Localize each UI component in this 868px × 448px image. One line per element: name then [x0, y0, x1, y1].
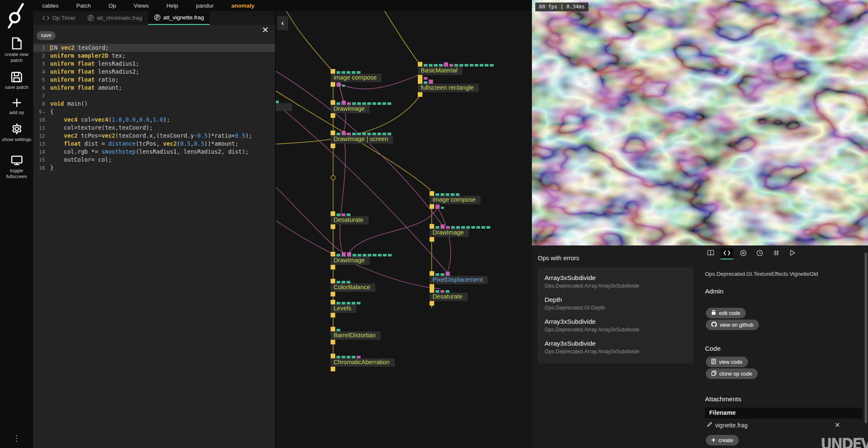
- trigger-port[interactable]: [331, 354, 335, 358]
- code-line-10[interactable]: 10 vec4 col=vec4(1.0,0.0,0.0,1.0);: [33, 116, 275, 124]
- tab-op-timer[interactable]: Op Timer: [37, 11, 82, 25]
- value-port[interactable]: [342, 85, 345, 87]
- op-node-label[interactable]: ChromaticAberration: [331, 358, 395, 367]
- op-node-drawimage-screen[interactable]: DrawImage | screen: [331, 131, 393, 148]
- trigger-port[interactable]: [418, 79, 422, 84]
- trigger-port[interactable]: [331, 313, 335, 317]
- op-node-label[interactable]: PixelDisplacement: [430, 276, 488, 284]
- trigger-port[interactable]: [331, 340, 335, 344]
- render-viewport[interactable]: 60 fps | 0.34ms: [532, 0, 868, 245]
- value-port[interactable]: [441, 207, 444, 209]
- texture-port[interactable]: [342, 101, 346, 105]
- op-detail-tab-hash[interactable]: [770, 248, 783, 259]
- code-line-12[interactable]: 12 vec2 tcPos=vec2(texCoord.x,(texCoord.…: [33, 132, 275, 140]
- op-node-image-compose-2[interactable]: image compose: [430, 191, 481, 209]
- trigger-port[interactable]: [430, 271, 434, 276]
- value-port[interactable]: [372, 102, 376, 105]
- edit-code-button[interactable]: edit code: [706, 308, 746, 318]
- value-port[interactable]: [486, 226, 490, 229]
- code-line-3[interactable]: 3uniform float lensRadius1;: [33, 60, 275, 68]
- value-port[interactable]: [476, 226, 480, 229]
- trigger-port[interactable]: [430, 237, 434, 242]
- op-node-label[interactable]: DrawImage | screen: [331, 135, 393, 144]
- remove-attachment-icon[interactable]: ✕: [835, 421, 840, 429]
- trigger-port[interactable]: [430, 191, 434, 196]
- trigger-port[interactable]: [331, 113, 335, 118]
- op-node-partial-node[interactable]: [275, 99, 292, 113]
- menu-item-pandur[interactable]: pandur: [187, 3, 222, 9]
- code-line-1[interactable]: 1IN vec2 texCoord;: [33, 44, 275, 52]
- texture-port[interactable]: [446, 272, 450, 276]
- op-node-label[interactable]: [275, 103, 292, 111]
- trigger-port[interactable]: [331, 279, 335, 283]
- code-line-2[interactable]: 2uniform sampler2D tex;: [33, 52, 275, 60]
- op-node-colorbalance[interactable]: ColorBalance: [331, 279, 375, 296]
- op-node-drawimage-3[interactable]: DrawImage: [331, 252, 392, 269]
- trigger-port[interactable]: [331, 292, 335, 296]
- sidebar-overflow-menu[interactable]: ⋮: [0, 434, 33, 443]
- value-port[interactable]: [465, 64, 468, 67]
- value-port[interactable]: [475, 64, 478, 67]
- view-on-github-button[interactable]: view on github: [706, 320, 759, 330]
- op-node-image-compose-1[interactable]: image compose: [331, 69, 382, 87]
- code-line-11[interactable]: 11 col=texture(tex,texCoord);: [33, 124, 275, 132]
- clone-op-code-button[interactable]: clone op code: [706, 368, 758, 379]
- menu-item-help[interactable]: Help: [158, 3, 187, 9]
- value-port[interactable]: [480, 64, 483, 67]
- op-node-desaturate-2[interactable]: Desaturate: [430, 288, 467, 306]
- ops-error-item-1[interactable]: DepthOps.Deprecated.Gl.Depth: [545, 296, 687, 311]
- trigger-port[interactable]: [430, 301, 434, 306]
- value-port[interactable]: [471, 226, 475, 229]
- op-node-label[interactable]: BarrelDistortian: [331, 331, 381, 340]
- trigger-port[interactable]: [418, 62, 422, 67]
- value-port[interactable]: [377, 102, 381, 105]
- sidebar-item-show-settings[interactable]: show settings: [0, 123, 33, 142]
- op-node-label[interactable]: image compose: [331, 74, 382, 82]
- trigger-port[interactable]: [331, 82, 335, 87]
- value-port[interactable]: [388, 254, 392, 256]
- code-line-5[interactable]: 5uniform float ratio;: [33, 76, 275, 84]
- trigger-port[interactable]: [430, 288, 434, 293]
- tab-att-chromatic-frag[interactable]: att_chromatic.frag: [82, 11, 148, 25]
- attachment-row[interactable]: vignette.frag ✕: [705, 420, 862, 430]
- op-node-label[interactable]: DrawImage: [331, 105, 370, 113]
- texture-port[interactable]: [337, 83, 341, 87]
- texture-port[interactable]: [435, 205, 440, 209]
- patch-graph-canvas[interactable]: ‹ image composeBasicMaterialfullscreen r…: [275, 11, 532, 448]
- collapse-editor-button[interactable]: ‹: [277, 16, 288, 30]
- ops-error-item-2[interactable]: Array3xSubdivideOps.Deprecated.Array.Arr…: [545, 318, 687, 333]
- sidebar-item-create-new-patch[interactable]: create new patch: [0, 37, 33, 63]
- code-line-7[interactable]: 7: [33, 92, 275, 100]
- op-detail-tab-clock[interactable]: [753, 248, 766, 259]
- trigger-port[interactable]: [331, 327, 335, 331]
- code-line-4[interactable]: 4uniform float lensRadius2;: [33, 68, 275, 76]
- code-line-13[interactable]: 13 float dist = distance(tcPos, vec2(0.5…: [33, 140, 275, 148]
- trigger-port[interactable]: [418, 92, 422, 97]
- value-port[interactable]: [481, 226, 485, 229]
- op-detail-tab-eye[interactable]: [737, 248, 750, 259]
- code-area[interactable]: 1IN vec2 texCoord;2uniform sampler2D tex…: [33, 44, 275, 172]
- texture-port[interactable]: [444, 62, 448, 67]
- op-node-barreldistortian[interactable]: BarrelDistortian: [331, 327, 381, 344]
- op-node-pixeldisplacement[interactable]: PixelDisplacement: [430, 271, 488, 289]
- menu-item-anomaly[interactable]: anomaly: [222, 3, 263, 9]
- trigger-port[interactable]: [430, 204, 434, 209]
- op-node-label[interactable]: image compose: [430, 196, 481, 204]
- trigger-port[interactable]: [331, 211, 335, 216]
- trigger-port[interactable]: [430, 224, 434, 229]
- trigger-port[interactable]: [331, 265, 335, 269]
- value-port[interactable]: [378, 254, 382, 256]
- menu-item-op[interactable]: Op: [100, 3, 125, 9]
- op-node-label[interactable]: Levels: [331, 304, 356, 313]
- op-node-label[interactable]: Desaturate: [331, 216, 369, 224]
- code-line-6[interactable]: 6uniform float amount;: [33, 84, 275, 92]
- op-node-label[interactable]: ColorBalance: [331, 283, 375, 292]
- save-button[interactable]: save: [37, 31, 56, 40]
- op-node-label[interactable]: DrawImage: [331, 256, 370, 265]
- view-code-button[interactable]: view code: [706, 357, 748, 367]
- trigger-port[interactable]: [331, 224, 335, 229]
- sidebar-item-toggle-fullscreen[interactable]: toggle fullscreen: [0, 155, 33, 179]
- code-line-9[interactable]: 9▾{: [33, 108, 275, 116]
- value-port[interactable]: [373, 254, 377, 256]
- code-line-15[interactable]: 15 outColor= col;: [33, 156, 275, 164]
